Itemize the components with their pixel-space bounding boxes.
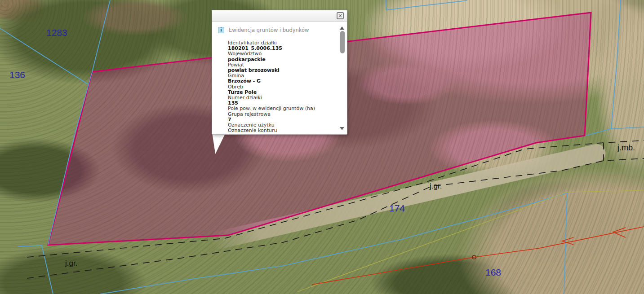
info-popup: × i Ewidencja gruntów i budynków Identyf… xyxy=(212,10,347,135)
cadastral-line-blue-6 xyxy=(386,0,467,10)
power-line-red xyxy=(312,227,644,285)
scrollbar-up-arrow-icon[interactable] xyxy=(340,26,344,30)
close-icon[interactable]: × xyxy=(337,12,344,19)
info-icon: i xyxy=(218,27,224,33)
utility-line-yellow xyxy=(298,190,644,292)
parcel-number-168: 168 xyxy=(485,267,501,278)
power-line-arrowhead-small xyxy=(562,237,573,245)
parcel-number-174: 174 xyxy=(389,203,405,214)
cadastral-line-blue-9 xyxy=(611,127,644,129)
scrollbar-thumb[interactable] xyxy=(340,31,345,53)
map-view[interactable]: 1283 136 174 168 j.gr. j.gr. j.mb. × i E… xyxy=(0,0,644,294)
parcel-number-1283: 1283 xyxy=(46,27,67,38)
land-use-label-jmb: j.mb. xyxy=(617,143,635,153)
popup-field-label: Pole pow. w ewidencji gruntów (ha) xyxy=(228,106,337,111)
popup-field-label: Grupa rejestrowa xyxy=(228,112,337,117)
popup-attribute-list: Identyfikator działki180201_5.0006.135Wo… xyxy=(228,40,337,134)
cadastral-line-blue-8 xyxy=(586,129,611,136)
popup-field-value: Brzozów - G xyxy=(228,79,337,84)
cadastral-line-blue-7 xyxy=(611,0,621,129)
popup-field-label: Województwo xyxy=(228,51,337,57)
popup-title: Ewidencja gruntów i budynków xyxy=(229,27,309,33)
popup-field-value: Ls xyxy=(228,133,337,134)
scrollbar-down-arrow-icon[interactable] xyxy=(340,127,344,130)
popup-field-label: Obręb xyxy=(228,84,337,90)
popup-header: i Ewidencja gruntów i budynków xyxy=(218,27,309,33)
cadastral-line-blue-3 xyxy=(18,246,53,294)
parcel-number-136: 136 xyxy=(9,70,25,80)
land-use-label-jgr-1: j.gr. xyxy=(65,259,77,268)
power-line-arrowhead xyxy=(613,228,626,237)
popup-field-value: podkarpackie xyxy=(228,57,337,62)
popup-field-value: powiat brzozowski xyxy=(228,68,337,73)
popup-field-label: Numer działki xyxy=(228,95,337,101)
land-use-label-jgr-2: j.gr. xyxy=(430,182,442,191)
popup-titlebar: × xyxy=(212,10,347,22)
popup-field-label: Oznaczenie konturu xyxy=(228,128,337,133)
cadastral-line-blue-5 xyxy=(564,193,567,294)
